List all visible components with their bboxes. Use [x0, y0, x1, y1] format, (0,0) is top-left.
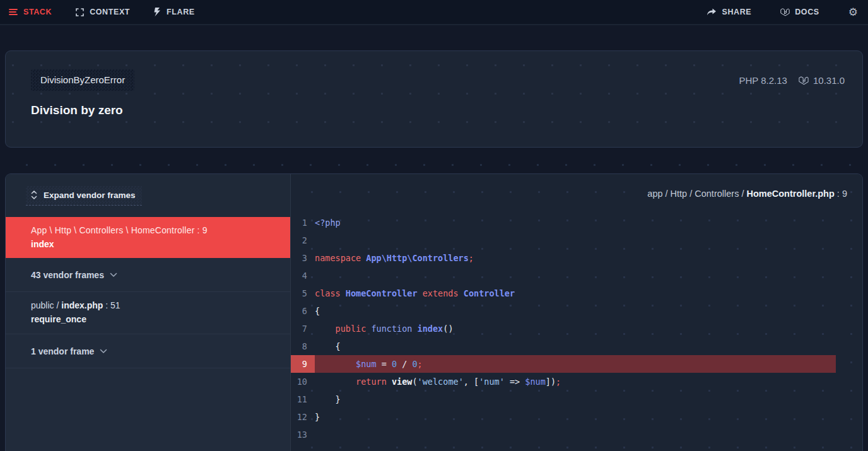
code-text: namespace App\Http\Controllers;	[315, 249, 836, 267]
frame-path: App \ Http \ Controllers \ HomeControlle…	[31, 225, 280, 235]
top-nav: STACK CONTEXT FLARE SHARE DOCS ⚙	[0, 0, 868, 25]
stack-trace-card: Expand vendor frames App \ Http \ Contro…	[5, 173, 863, 451]
tab-flare-label: FLARE	[167, 8, 195, 16]
collapsed-vendor-frames[interactable]: 1 vendor frame	[6, 334, 290, 368]
share-icon	[707, 8, 717, 16]
expand-vendor-frames-button[interactable]: Expand vendor frames	[26, 186, 142, 206]
php-version: PHP 8.2.13	[739, 75, 787, 86]
context-icon	[76, 8, 84, 16]
code-line: 6{	[291, 302, 836, 320]
line-number: 12	[291, 408, 315, 426]
code-text: }	[315, 390, 836, 408]
stack-frame-active[interactable]: App \ Http \ Controllers \ HomeControlle…	[6, 217, 290, 258]
line-number: 7	[291, 320, 315, 337]
line-number: 10	[291, 373, 315, 390]
frame-path: public / index.php : 51	[31, 300, 280, 310]
framework-version-chip: 10.31.0	[799, 75, 845, 86]
line-number: 13	[291, 426, 315, 443]
unfold-icon	[31, 190, 37, 199]
sidebar-empty-area	[6, 368, 290, 451]
code-line: 4	[291, 267, 836, 284]
code-line: 7 public function index()	[291, 320, 836, 337]
docs-label: DOCS	[795, 8, 819, 16]
laravel-icon	[780, 8, 790, 17]
code-text	[315, 267, 836, 284]
code-line: 5class HomeController extends Controller	[291, 284, 836, 302]
code-panel: app / Http / Controllers / HomeControlle…	[291, 174, 862, 451]
expand-vendor-frames-label: Expand vendor frames	[44, 190, 136, 200]
code-text: {	[315, 337, 836, 355]
stack-icon	[9, 8, 18, 16]
frame-method: index	[31, 239, 280, 249]
share-button[interactable]: SHARE	[707, 8, 751, 16]
line-number: 5	[291, 284, 315, 302]
line-number: 9	[291, 355, 315, 373]
flare-icon	[154, 8, 161, 16]
code-line: 2	[291, 231, 836, 249]
collapsed-vendor-frames[interactable]: 43 vendor frames	[6, 258, 290, 292]
frame-method: require_once	[31, 314, 280, 324]
tab-stack-label: STACK	[23, 8, 52, 16]
collapsed-vendor-frames-label: 43 vendor frames	[31, 270, 104, 280]
code-text: }	[315, 408, 836, 426]
code-line: 12}	[291, 408, 836, 426]
exception-class-badge[interactable]: DivisionByZeroError	[31, 69, 134, 91]
code-text	[315, 426, 836, 443]
tab-context[interactable]: CONTEXT	[76, 8, 130, 16]
code-line: 3namespace App\Http\Controllers;	[291, 249, 836, 267]
code-lines: 1<?php23namespace App\Http\Controllers;4…	[291, 214, 862, 443]
error-message: Division by zero	[31, 103, 862, 117]
code-text: $num = 0 / 0;	[315, 355, 836, 373]
chevron-down-icon	[100, 349, 107, 354]
collapsed-vendor-frames-label: 1 vendor frame	[31, 346, 94, 356]
code-line: 11 }	[291, 390, 836, 408]
code-text: return view('welcome', ['num' => $num]);	[315, 373, 836, 390]
error-card: DivisionByZeroError Division by zero PHP…	[5, 50, 863, 148]
code-text: <?php	[315, 214, 836, 231]
share-label: SHARE	[722, 8, 751, 16]
sidebar-header: Expand vendor frames	[6, 174, 290, 217]
stack-frames-sidebar: Expand vendor frames App \ Http \ Contro…	[6, 174, 291, 451]
code-text	[315, 231, 836, 249]
code-line-highlighted: 9 $num = 0 / 0;	[291, 355, 836, 373]
tab-context-label: CONTEXT	[90, 8, 130, 16]
laravel-icon	[799, 76, 809, 86]
code-line: 10 return view('welcome', ['num' => $num…	[291, 373, 836, 390]
nav-actions: SHARE DOCS ⚙	[707, 7, 858, 18]
line-number: 11	[291, 390, 315, 408]
stack-frame[interactable]: public / index.php : 51 require_once	[6, 292, 290, 334]
file-breadcrumb[interactable]: app / Http / Controllers / HomeControlle…	[647, 189, 847, 199]
line-number: 2	[291, 231, 315, 249]
line-number: 3	[291, 249, 315, 267]
chevron-down-icon	[110, 272, 117, 278]
code-text: class HomeController extends Controller	[315, 284, 836, 302]
docs-button[interactable]: DOCS	[780, 8, 819, 17]
code-line: 13	[291, 426, 836, 443]
gear-icon[interactable]: ⚙	[848, 7, 858, 18]
tab-flare[interactable]: FLARE	[154, 8, 195, 16]
code-text: {	[315, 302, 836, 320]
error-meta: PHP 8.2.13 10.31.0	[739, 75, 845, 86]
line-number: 8	[291, 337, 315, 355]
code-line: 8 {	[291, 337, 836, 355]
framework-version: 10.31.0	[813, 75, 845, 86]
line-number: 4	[291, 267, 315, 284]
code-text: public function index()	[315, 320, 836, 337]
line-number: 1	[291, 214, 315, 231]
line-number: 6	[291, 302, 315, 320]
tab-stack[interactable]: STACK	[9, 8, 52, 16]
code-line: 1<?php	[291, 214, 836, 231]
